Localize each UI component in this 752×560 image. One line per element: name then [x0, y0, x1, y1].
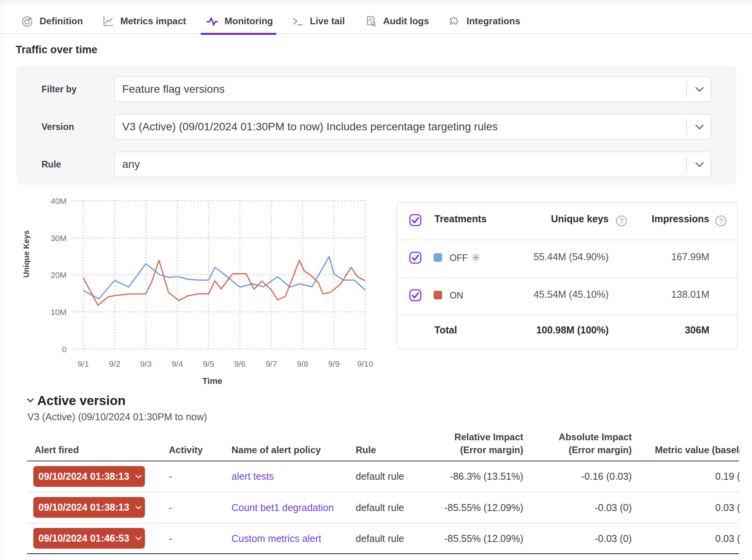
- svg-text:9/9: 9/9: [328, 359, 340, 368]
- svg-text:9/1: 9/1: [78, 359, 89, 368]
- svg-text:20M: 20M: [51, 270, 67, 279]
- svg-text:40M: 40M: [51, 196, 67, 205]
- svg-text:30M: 30M: [51, 234, 67, 243]
- svg-text:9/6: 9/6: [234, 359, 246, 368]
- svg-text:?: ?: [619, 217, 623, 225]
- svg-text:9/2: 9/2: [109, 359, 120, 368]
- svg-text:Unique Keys: Unique Keys: [22, 230, 31, 277]
- svg-text:9/8: 9/8: [297, 359, 308, 368]
- svg-text:9/10: 9/10: [357, 359, 373, 368]
- svg-text:?: ?: [719, 217, 723, 225]
- svg-text:0: 0: [62, 345, 67, 354]
- svg-text:9/4: 9/4: [172, 359, 183, 368]
- svg-text:9/5: 9/5: [203, 359, 214, 368]
- svg-text:Time: Time: [202, 376, 222, 386]
- svg-text:10M: 10M: [51, 308, 67, 317]
- svg-text:9/7: 9/7: [266, 359, 277, 368]
- svg-text:9/3: 9/3: [140, 359, 152, 368]
